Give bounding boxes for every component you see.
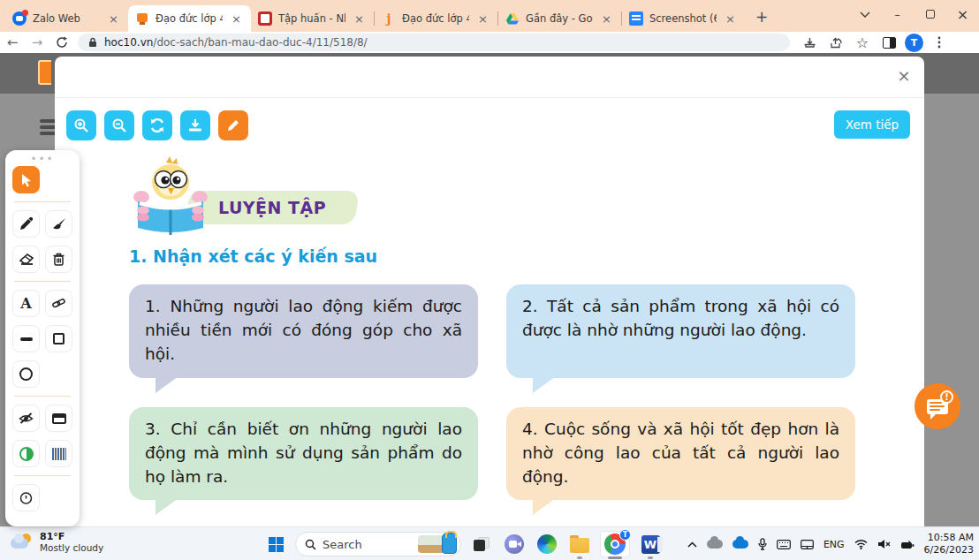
edge-button[interactable] <box>535 531 559 557</box>
tab-dao-duc-active[interactable]: Đạo đức lớp 4 (Bản × <box>128 5 251 32</box>
onedrive-icon[interactable] <box>732 540 748 549</box>
eraser-tool-button[interactable] <box>12 246 40 273</box>
owl-mascot <box>129 155 210 237</box>
tab-google-drive[interactable]: Gần đây - Google D × <box>498 5 621 32</box>
opinion-card-1: 1. Những người lao động kiếm được nhiều … <box>129 284 478 378</box>
tab-title: Đạo đức lớp 4 (Bản <box>156 12 223 25</box>
word-icon: W <box>641 535 660 554</box>
taskbar-clock[interactable]: 10:58 AM 6/26/2023 <box>924 532 974 557</box>
chevron-down-icon[interactable] <box>848 0 881 28</box>
rectangle-tool-button[interactable] <box>45 325 72 352</box>
refresh-button[interactable] <box>142 110 172 140</box>
sgk-icon <box>258 11 272 26</box>
volume-muted-icon[interactable] <box>877 539 891 549</box>
hoc10-logo <box>38 60 51 85</box>
j-icon: j <box>382 11 396 26</box>
opinion-card-2: 2. Tất cả sản phẩm trong xã hội có được … <box>506 284 855 378</box>
tab-screenshot[interactable]: Screenshot (688) - ( × <box>622 5 745 32</box>
maximize-button[interactable] <box>914 0 946 28</box>
tab-strip: Zalo Web × Đạo đức lớp 4 (Bản × Tập huấn… <box>0 0 745 32</box>
window-tool-button[interactable] <box>45 405 72 432</box>
reader-toolbar: Xem tiếp <box>66 110 913 140</box>
search-highlight-image[interactable] <box>418 533 457 556</box>
cloud-icon[interactable] <box>707 540 723 549</box>
barcode-tool-button[interactable] <box>45 440 72 467</box>
tab-dao-duc-canh[interactable]: j Đạo đức lớp 4 Cánh × <box>375 5 497 32</box>
modal-close-icon[interactable]: × <box>894 65 914 85</box>
url-domain: hoc10.vn <box>104 36 153 49</box>
drag-handle-icon[interactable]: ••• <box>30 155 54 163</box>
timer-tool-button[interactable] <box>12 484 40 511</box>
panel-divider <box>14 396 71 397</box>
circle-tool-button[interactable] <box>12 360 40 388</box>
contrast-tool-button[interactable] <box>12 440 40 467</box>
new-tab-button[interactable]: + <box>750 5 773 28</box>
virtual-touchpad-icon[interactable] <box>801 540 814 549</box>
trash-tool-button[interactable] <box>45 246 72 273</box>
zoom-in-button[interactable] <box>66 110 96 140</box>
system-tray: ENG 10:58 AM 6/26/2023 <box>687 527 974 560</box>
question-heading: 1. Nhận xét các ý kiến sau <box>129 246 377 266</box>
text-tool-button[interactable]: A <box>12 290 40 317</box>
reload-icon[interactable] <box>49 33 74 52</box>
share-icon[interactable] <box>825 33 846 52</box>
download-button[interactable] <box>180 110 210 140</box>
tab-title: Zalo Web <box>33 12 100 25</box>
tab-close-icon[interactable]: × <box>723 12 738 26</box>
chrome-button-active[interactable]: T <box>600 531 630 557</box>
chrome-profile-badge: T <box>619 529 631 541</box>
tab-close-icon[interactable]: × <box>229 12 244 26</box>
reader-modal: × Xem tiếp <box>55 57 924 526</box>
close-window-button[interactable]: × <box>946 0 979 28</box>
file-explorer-button[interactable] <box>567 531 592 557</box>
pencil-tool-button[interactable] <box>12 210 40 238</box>
bookmark-star-icon[interactable]: ☆ <box>852 33 873 52</box>
folder-icon <box>570 538 589 553</box>
docs-icon <box>629 11 643 26</box>
wifi-icon[interactable] <box>854 540 868 549</box>
tray-chevron-up-icon[interactable] <box>687 541 697 548</box>
browser-tabbar: Zalo Web × Đạo đức lớp 4 (Bản × Tập huấn… <box>0 0 979 32</box>
taskbar-search[interactable]: Search <box>295 532 461 556</box>
task-view-button[interactable] <box>469 531 494 557</box>
tab-close-icon[interactable]: × <box>352 12 367 26</box>
url-bar[interactable]: hoc10.vn/doc-sach/ban-mau-dao-duc-4/11/5… <box>78 34 790 51</box>
word-button[interactable]: W <box>638 531 663 557</box>
minimize-button[interactable]: – <box>881 0 914 28</box>
tab-zalo[interactable]: Zalo Web × <box>5 5 128 32</box>
url-text: hoc10.vn/doc-sach/ban-mau-dao-duc-4/11/5… <box>104 36 368 49</box>
edge-icon <box>537 534 557 554</box>
touch-keyboard-icon[interactable] <box>777 540 791 549</box>
zoom-out-button[interactable] <box>104 110 134 140</box>
microphone-icon[interactable] <box>758 538 767 550</box>
weather-widget[interactable]: 81°F Mostly cloudy <box>11 531 103 553</box>
draw-button[interactable] <box>218 110 248 140</box>
maximize-icon <box>926 10 935 19</box>
browser-addressbar: ← → hoc10.vn/doc-sach/ban-mau-dao-duc-4/… <box>0 32 979 53</box>
line-tool-button[interactable] <box>12 325 40 352</box>
menu-kebab-icon[interactable] <box>929 33 950 52</box>
side-panel-icon[interactable] <box>878 33 899 52</box>
cursor-tool-button[interactable] <box>12 166 40 193</box>
language-indicator[interactable]: ENG <box>823 539 845 550</box>
profile-avatar[interactable]: T <box>905 34 923 52</box>
install-icon[interactable] <box>799 33 820 52</box>
tab-title: Đạo đức lớp 4 Cánh <box>402 12 469 25</box>
weather-condition: Mostly cloudy <box>40 542 103 553</box>
opinion-cards: 1. Những người lao động kiếm được nhiều … <box>129 284 855 500</box>
feedback-fab-button[interactable]: ! <box>914 383 960 429</box>
next-page-button[interactable]: Xem tiếp <box>834 110 910 139</box>
teams-chat-button[interactable] <box>502 531 527 557</box>
battery-icon[interactable] <box>900 540 914 549</box>
tab-tap-huan[interactable]: Tập huấn - Nhà xuấ × <box>251 5 374 32</box>
hide-tool-button[interactable] <box>12 405 40 432</box>
tab-close-icon[interactable]: × <box>599 12 614 26</box>
link-tool-button[interactable] <box>45 290 72 317</box>
back-icon[interactable]: ← <box>0 33 25 52</box>
start-button[interactable] <box>264 533 287 556</box>
tab-close-icon[interactable]: × <box>475 12 490 26</box>
search-label: Search <box>323 538 412 551</box>
tab-close-icon[interactable]: × <box>106 12 121 26</box>
forward-icon[interactable]: → <box>25 33 49 52</box>
brush-tool-button[interactable] <box>45 210 72 238</box>
